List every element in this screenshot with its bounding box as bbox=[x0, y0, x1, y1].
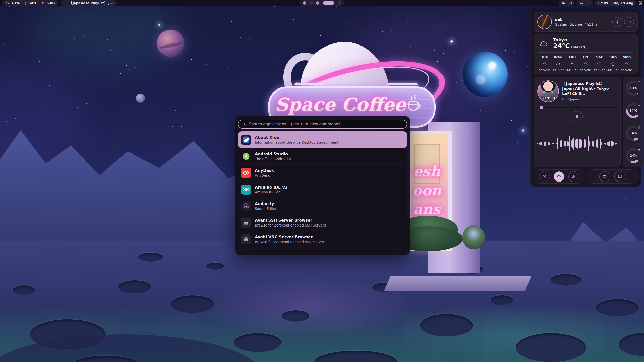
tray-app-icon[interactable] bbox=[561, 1, 565, 5]
workspace-dot-5[interactable] bbox=[338, 1, 341, 5]
clock[interactable]: 17:09 - Tue, 19 Aug bbox=[598, 1, 633, 5]
forecast-fri: Fri35°/26° bbox=[579, 55, 592, 72]
search-input[interactable] bbox=[249, 122, 407, 127]
power-profile-performance-button[interactable] bbox=[539, 171, 550, 182]
pause-icon bbox=[64, 1, 67, 5]
app-launcher: About XfceInformation about the Xfce Des… bbox=[235, 116, 410, 255]
gauge-disk: 24% bbox=[626, 148, 641, 163]
app-description: Browse for Zeroconf-enabled VNC Servers bbox=[255, 240, 326, 244]
forecast-temps: 33°/26° bbox=[607, 68, 619, 72]
track-title: 【Japanese Playlist】 Japan All Night - To… bbox=[562, 81, 617, 96]
chip-icon bbox=[41, 1, 45, 5]
stat-value: 6.8G bbox=[46, 1, 55, 5]
weather-city: Tokyo bbox=[553, 37, 586, 42]
sun-cloud-icon bbox=[569, 61, 575, 66]
screenshot-button[interactable] bbox=[614, 171, 625, 182]
top-panel: 3.1%54°C6.8G 【Japanese Playlist】 J... 17… bbox=[0, 0, 644, 6]
workspace-dot-1[interactable] bbox=[303, 1, 306, 5]
app-name: Audacity bbox=[255, 201, 277, 207]
avahi-app-icon bbox=[241, 234, 251, 244]
app-name: AnyDesk bbox=[255, 168, 274, 173]
app-result-audacity[interactable]: AudacitySound Editor bbox=[238, 198, 407, 214]
thermometer-icon bbox=[637, 104, 641, 107]
power-profile-balanced-button[interactable] bbox=[554, 171, 564, 182]
forecast-temps: 33°/26° bbox=[621, 68, 633, 72]
weather-temperature: 24°C bbox=[553, 42, 570, 50]
seek-slider[interactable] bbox=[537, 106, 617, 109]
control-sidebar: seb System Uptime: 4h11m Tokyo 24°C (GMT… bbox=[530, 9, 641, 187]
app-result-anydesk[interactable]: AnyDeskAnyDesk bbox=[238, 165, 407, 181]
workspace-indicator bbox=[300, 0, 344, 6]
speedometer-icon bbox=[6, 1, 9, 5]
thermometer-icon bbox=[24, 1, 27, 5]
cloud-icon bbox=[538, 38, 550, 49]
forecast-temps: 33°/26° bbox=[566, 68, 578, 72]
capture-group bbox=[587, 169, 638, 184]
volume-icon[interactable] bbox=[586, 1, 590, 5]
leaf-icon bbox=[571, 174, 576, 179]
forecast-thu: Thu33°/26° bbox=[565, 55, 579, 72]
gear-icon bbox=[615, 20, 620, 24]
power-button[interactable] bbox=[624, 17, 634, 27]
workspace-dot-4[interactable] bbox=[323, 1, 334, 5]
android-studio-app-icon bbox=[241, 151, 251, 161]
power-profile-power-saver-button[interactable] bbox=[568, 171, 579, 182]
screenshot-icon bbox=[618, 174, 622, 179]
gauge-chip: 14% bbox=[626, 126, 641, 141]
stat-thermometer: 54°C bbox=[24, 1, 37, 5]
forecast-day-label: Thu bbox=[568, 55, 576, 59]
app-result-avahi-ssh-server-browser[interactable]: Avahi SSH Server BrowserBrowse for Zeroc… bbox=[238, 214, 407, 231]
app-description: Browse for Zeroconf-enabled SSH Servers bbox=[255, 223, 326, 228]
user-card: seb System Uptime: 4h11m bbox=[534, 12, 638, 32]
app-description: Arduino IDE v2 bbox=[255, 190, 288, 194]
system-gauges-card: 3.1%54°C14%24% bbox=[623, 77, 644, 167]
disk-icon bbox=[637, 148, 641, 152]
speedometer-icon bbox=[542, 174, 547, 179]
video-icon bbox=[603, 174, 607, 179]
bell-icon[interactable] bbox=[580, 1, 583, 5]
workspace-dot-3[interactable] bbox=[316, 1, 319, 5]
forecast-wed: Wed35°/25° bbox=[551, 55, 565, 72]
audio-visualizer bbox=[537, 124, 617, 163]
forecast-sat: Sat36°/26° bbox=[592, 55, 606, 72]
app-result-android-studio[interactable]: Android StudioThe official Android IDE bbox=[238, 148, 407, 165]
forecast-temps: 33°/24° bbox=[539, 68, 551, 72]
app-name: About Xfce bbox=[255, 135, 338, 140]
gear-button[interactable] bbox=[612, 17, 622, 27]
power-icon bbox=[627, 20, 631, 24]
system-tray bbox=[559, 0, 575, 6]
cafe-window-neon-text: esh oon ans bbox=[408, 162, 446, 219]
app-name: Avahi VNC Server Browser bbox=[255, 235, 326, 240]
display-icon[interactable] bbox=[568, 1, 572, 5]
overview-grid-icon[interactable] bbox=[638, 1, 642, 5]
cloud-icon bbox=[555, 61, 561, 66]
desktop: esh oon ans Space Coffee bbox=[0, 0, 644, 362]
forecast-temps: 35°/26° bbox=[580, 68, 592, 72]
app-result-avahi-vnc-server-browser[interactable]: Avahi VNC Server BrowserBrowse for Zeroc… bbox=[238, 231, 407, 248]
seek-thumb[interactable] bbox=[540, 106, 543, 109]
cafe-sign-text: Space Coffee bbox=[270, 94, 411, 115]
speedometer-icon bbox=[637, 81, 641, 84]
forecast-sun: Sun33°/26° bbox=[606, 55, 620, 72]
forecast-tue: Tue33°/24° bbox=[538, 55, 551, 72]
workspace-dot-2[interactable] bbox=[310, 1, 313, 5]
topbar-media-widget[interactable]: 【Japanese Playlist】 J... bbox=[60, 0, 117, 6]
play-pause-button[interactable] bbox=[572, 111, 583, 122]
earth-planet bbox=[462, 52, 508, 97]
app-description: Sound Editor bbox=[255, 207, 277, 211]
system-stats-group: 3.1%54°C6.8G bbox=[2, 0, 58, 6]
purple-planet bbox=[157, 30, 184, 57]
system-uptime: System Uptime: 4h11m bbox=[555, 22, 612, 26]
small-moon bbox=[136, 94, 145, 103]
app-result-about-xfce[interactable]: About XfceInformation about the Xfce Des… bbox=[238, 131, 407, 148]
launcher-search[interactable] bbox=[238, 120, 407, 129]
rain-icon bbox=[596, 61, 602, 66]
screen-record-button[interactable] bbox=[599, 171, 610, 182]
forecast-day-label: Tue bbox=[541, 55, 548, 59]
forecast-temps: 35°/25° bbox=[552, 68, 564, 72]
neon-coffee-cup-icon bbox=[404, 93, 423, 118]
search-results-list: About XfceInformation about the Xfce Des… bbox=[238, 131, 407, 248]
app-result-arduino-ide-v2[interactable]: Arduino IDE v2Arduino IDE v2 bbox=[238, 181, 407, 198]
album-art: TOKYO LO bbox=[537, 80, 559, 102]
stat-value: 54°C bbox=[29, 1, 37, 5]
